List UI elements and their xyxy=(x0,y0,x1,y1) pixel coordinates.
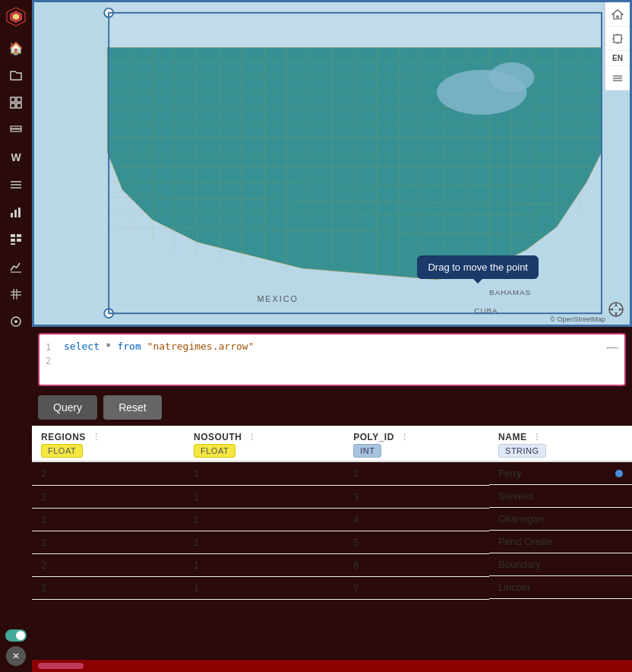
osm-attribution: © OpenStreetMap xyxy=(550,315,605,323)
line-number-2: 2 xyxy=(46,354,58,366)
svg-rect-17 xyxy=(11,239,15,242)
data-table: REGIONS ⋮ float NOSOUTH ⋮ float POLY_ID … xyxy=(32,426,632,600)
table-row: 217Lincoln xyxy=(32,576,632,599)
table-row: 212Ferry xyxy=(32,461,632,485)
app-logo[interactable] xyxy=(5,6,27,27)
table-row: 214Okanogan xyxy=(32,508,632,531)
sidebar-item-word[interactable]: W xyxy=(5,146,27,169)
sidebar-item-chart[interactable] xyxy=(5,201,27,223)
col-header-regions[interactable]: REGIONS ⋮ float xyxy=(32,426,185,461)
svg-rect-79 xyxy=(614,35,621,43)
cell-regions-2: 2 xyxy=(32,508,185,531)
cell-regions-4: 2 xyxy=(32,553,185,576)
cell-name-2: Okanogan xyxy=(489,508,632,531)
sql-line-2: 2 xyxy=(46,354,618,366)
sidebar-item-grid[interactable] xyxy=(5,91,27,114)
cell-nosouth-2: 1 xyxy=(185,508,344,531)
drag-tooltip: Drag to move the point xyxy=(417,255,539,279)
svg-marker-75 xyxy=(615,304,618,306)
svg-rect-19 xyxy=(11,243,15,245)
cell-name-3: Pend Oreille xyxy=(489,531,632,553)
toggle-knob xyxy=(16,631,25,640)
bottom-scrollbar[interactable] xyxy=(32,660,632,672)
svg-rect-12 xyxy=(11,213,13,217)
cell-regions-3: 2 xyxy=(32,531,185,553)
sidebar-item-folder[interactable] xyxy=(5,64,27,87)
cell-nosouth-5: 1 xyxy=(185,576,344,599)
map-lang-btn[interactable]: EN xyxy=(605,51,630,66)
sidebar-item-layers[interactable] xyxy=(5,119,27,141)
svg-rect-63 xyxy=(107,2,602,47)
map-layers-btn[interactable] xyxy=(605,66,630,90)
query-button[interactable]: Query xyxy=(38,395,97,420)
cell-poly_id-5: 7 xyxy=(344,576,489,599)
svg-rect-6 xyxy=(17,103,21,108)
row-dot-indicator xyxy=(615,470,623,477)
svg-rect-5 xyxy=(11,103,15,108)
main-content: MEXICO BAHAMAS CUBA Drag to move the poi… xyxy=(32,0,632,672)
sidebar-item-analytics[interactable] xyxy=(5,255,27,278)
col-header-name[interactable]: NAME ⋮ string xyxy=(489,426,632,461)
theme-toggle[interactable] xyxy=(5,629,27,642)
sidebar-item-plugin[interactable] xyxy=(5,310,27,333)
scrollbar-thumb[interactable] xyxy=(38,663,84,669)
table-row: 215Pend Oreille xyxy=(32,531,632,553)
close-button[interactable]: ✕ xyxy=(6,646,26,666)
cell-nosouth-1: 1 xyxy=(185,485,344,508)
svg-marker-78 xyxy=(619,308,621,311)
sql-line-1: 1 select * from "natregimes.arrow" — xyxy=(46,341,618,354)
sidebar-item-grid2[interactable] xyxy=(5,283,27,306)
sidebar-item-home[interactable]: 🏠 xyxy=(5,36,27,59)
sql-code-2 xyxy=(64,354,618,366)
svg-point-62 xyxy=(489,62,534,92)
map-container[interactable]: MEXICO BAHAMAS CUBA Drag to move the poi… xyxy=(32,0,632,327)
data-table-container: REGIONS ⋮ float NOSOUTH ⋮ float POLY_ID … xyxy=(32,426,632,660)
cell-regions-5: 2 xyxy=(32,576,185,599)
action-buttons: Query Reset xyxy=(32,392,632,426)
move-cursor-icon xyxy=(607,300,625,319)
svg-rect-8 xyxy=(11,129,21,132)
svg-marker-77 xyxy=(611,308,613,311)
col-header-nosouth[interactable]: NOSOUTH ⋮ float xyxy=(185,426,344,461)
cell-name-0: Ferry xyxy=(489,462,632,485)
svg-rect-4 xyxy=(17,97,21,102)
col-type-polyid: int xyxy=(353,444,381,458)
cell-name-5: Lincoln xyxy=(489,576,632,599)
cell-poly_id-0: 2 xyxy=(344,461,489,485)
sidebar-toggle-area: ✕ xyxy=(5,629,27,666)
map-svg: MEXICO BAHAMAS CUBA xyxy=(34,2,630,325)
svg-rect-15 xyxy=(11,234,15,237)
line-number-1: 1 xyxy=(46,341,58,353)
map-edit-btn[interactable] xyxy=(605,27,630,51)
cell-poly_id-4: 6 xyxy=(344,553,489,576)
cell-regions-0: 2 xyxy=(32,461,185,485)
cell-name-1: Stevens xyxy=(489,485,632,508)
col-type-name: string xyxy=(498,444,546,458)
map-home-btn[interactable] xyxy=(605,2,630,27)
sidebar: 🏠 W xyxy=(0,0,32,672)
col-header-polyid[interactable]: POLY_ID ⋮ int xyxy=(344,426,489,461)
tooltip-text: Drag to move the point xyxy=(428,262,528,273)
svg-rect-3 xyxy=(11,97,15,102)
svg-text:BAHAMAS: BAHAMAS xyxy=(489,288,531,296)
svg-point-26 xyxy=(14,320,17,323)
svg-text:MEXICO: MEXICO xyxy=(257,294,299,303)
svg-rect-18 xyxy=(17,239,21,242)
svg-rect-16 xyxy=(17,234,21,237)
sql-collapse-icon[interactable]: — xyxy=(606,341,618,354)
table-row: 216Boundary xyxy=(32,553,632,576)
cell-regions-1: 2 xyxy=(32,485,185,508)
svg-marker-76 xyxy=(615,312,618,315)
svg-rect-14 xyxy=(18,208,21,217)
col-type-nosouth: float xyxy=(194,444,235,458)
cell-name-4: Boundary xyxy=(489,553,632,576)
sidebar-item-blocks[interactable] xyxy=(5,228,27,251)
sql-editor[interactable]: 1 select * from "natregimes.arrow" — 2 xyxy=(38,333,626,386)
sidebar-item-filter[interactable] xyxy=(5,173,27,196)
sql-code-1: select * from "natregimes.arrow" xyxy=(64,341,600,352)
table-row: 213Stevens xyxy=(32,485,632,508)
svg-rect-7 xyxy=(11,126,21,128)
map-controls-panel: EN xyxy=(605,2,630,90)
cell-poly_id-1: 3 xyxy=(344,485,489,508)
reset-button[interactable]: Reset xyxy=(103,395,162,420)
